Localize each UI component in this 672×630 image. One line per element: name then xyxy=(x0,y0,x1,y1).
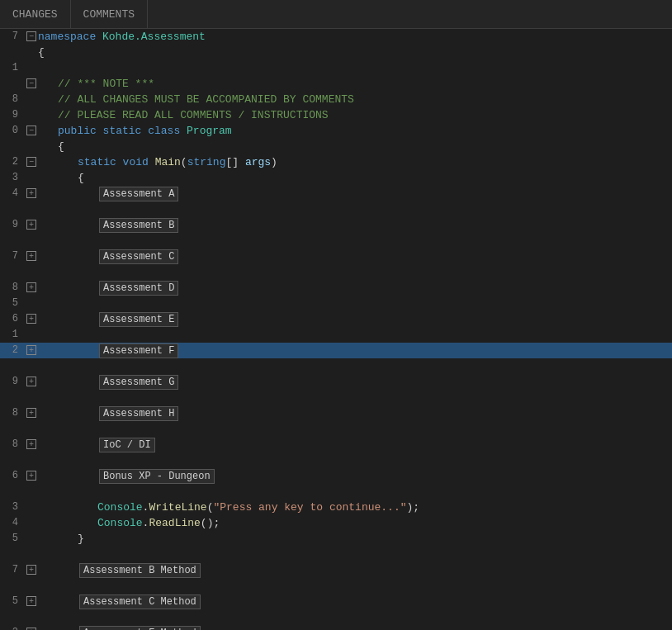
line-7: { xyxy=(0,139,672,154)
fold-gutter[interactable]: + xyxy=(25,437,38,452)
line-35 xyxy=(0,578,672,594)
code-line xyxy=(38,233,672,249)
code-line: namespace Kohde.Assessment xyxy=(38,29,672,45)
fold-gutter[interactable]: + xyxy=(25,625,38,630)
expand-icon[interactable]: + xyxy=(26,188,36,198)
line-5: 9// PLEASE READ ALL COMMENTS / INSTRUCTI… xyxy=(0,107,672,123)
token-method: Main xyxy=(155,156,181,168)
line-9: 3{ xyxy=(0,170,672,186)
expand-icon[interactable]: + xyxy=(26,471,36,481)
line-10: 4+Assessment A xyxy=(0,186,672,201)
code-line: Console.ReadLine(); xyxy=(38,515,672,531)
token-kw: public xyxy=(58,125,103,137)
expand-icon[interactable]: + xyxy=(26,408,36,418)
fold-gutter[interactable]: + xyxy=(25,562,38,578)
token-class-name: Console xyxy=(97,501,143,514)
line-15 xyxy=(0,264,672,280)
code-line xyxy=(38,390,672,405)
expand-icon[interactable]: + xyxy=(26,377,36,386)
token-kw: void xyxy=(123,156,155,168)
collapsed-block[interactable]: Assessment C Method xyxy=(79,594,201,609)
expand-icon[interactable]: + xyxy=(26,282,36,292)
fold-gutter[interactable]: − xyxy=(25,29,38,45)
line-37 xyxy=(0,609,672,625)
fold-gutter[interactable]: + xyxy=(25,249,38,264)
fold-gutter[interactable]: + xyxy=(25,280,38,296)
expand-icon[interactable]: + xyxy=(26,596,36,606)
expand-icon[interactable]: + xyxy=(26,220,36,230)
expand-icon[interactable]: + xyxy=(26,565,36,575)
collapse-icon[interactable]: − xyxy=(26,31,36,41)
collapse-icon[interactable]: − xyxy=(26,126,36,135)
fold-gutter[interactable]: + xyxy=(25,217,38,233)
code-line: Assessment H xyxy=(38,405,672,421)
fold-gutter[interactable]: + xyxy=(25,186,38,201)
code-line: { xyxy=(38,170,672,186)
collapsed-block[interactable]: Assessment H xyxy=(99,406,178,421)
fold-gutter[interactable]: + xyxy=(25,468,38,484)
code-editor: 7−namespace Kohde.Assessment{1−// *** NO… xyxy=(0,29,672,630)
line-12: 9+Assessment B xyxy=(0,217,672,233)
code-line: Bonus XP - Dungeon xyxy=(38,468,672,484)
line-16: 8+Assessment D xyxy=(0,280,672,296)
line-number: 6 xyxy=(0,311,25,327)
expand-icon[interactable]: + xyxy=(26,345,36,355)
tab-comments[interactable]: COMMENTS xyxy=(71,0,148,29)
token-kw: static xyxy=(78,156,123,168)
line-number: 2 xyxy=(0,154,25,170)
expand-icon[interactable]: + xyxy=(26,314,36,324)
collapsed-block[interactable]: Assessment B Method xyxy=(79,563,201,578)
fold-gutter[interactable]: − xyxy=(25,123,38,139)
line-number: 8 xyxy=(0,437,25,452)
token-comment: // *** NOTE *** xyxy=(58,78,154,90)
expand-icon[interactable]: + xyxy=(26,439,36,449)
collapsed-block[interactable]: Assessment E Method xyxy=(79,626,201,630)
collapsed-block[interactable]: Assessment D xyxy=(99,281,178,296)
token-class-name: Console xyxy=(97,517,143,529)
code-line: Assessment D xyxy=(38,280,672,296)
line-number: 5 xyxy=(0,531,25,547)
fold-gutter[interactable]: + xyxy=(25,311,38,327)
code-line xyxy=(38,60,672,76)
collapsed-block[interactable]: Assessment C xyxy=(99,249,178,264)
code-line: // ALL CHANGES MUST BE ACCOMPANIED BY CO… xyxy=(38,92,672,107)
collapsed-block[interactable]: Assessment F xyxy=(99,343,178,358)
tab-changes[interactable]: CHANGES xyxy=(0,0,71,29)
code-line: Assessment E Method xyxy=(38,625,672,630)
line-23 xyxy=(0,390,672,405)
expand-icon[interactable]: + xyxy=(26,251,36,261)
collapsed-block[interactable]: IoC / DI xyxy=(99,438,155,452)
collapsed-block[interactable]: Assessment B xyxy=(99,218,178,233)
fold-gutter[interactable]: + xyxy=(25,405,38,421)
fold-gutter[interactable]: + xyxy=(25,343,38,358)
token-punct: { xyxy=(78,172,84,184)
line-21 xyxy=(0,358,672,374)
token-punct: { xyxy=(58,140,64,153)
line-2: 1 xyxy=(0,60,672,76)
collapsed-block[interactable]: Assessment G xyxy=(99,375,178,390)
code-line: IoC / DI xyxy=(38,437,672,452)
fold-gutter[interactable]: + xyxy=(25,594,38,609)
code-line: Assessment F xyxy=(38,343,672,358)
code-line: { xyxy=(38,139,672,154)
fold-gutter[interactable]: − xyxy=(25,154,38,170)
collapsed-block[interactable]: Assessment A xyxy=(99,187,178,201)
line-number: 8 xyxy=(0,405,25,421)
fold-gutter[interactable]: − xyxy=(25,76,38,92)
collapsed-block[interactable]: Bonus XP - Dungeon xyxy=(99,469,215,484)
line-30: 3Console.WriteLine("Press any key to con… xyxy=(0,500,672,515)
line-32: 5} xyxy=(0,531,672,547)
code-line xyxy=(38,609,672,625)
code-line: Assessment C Method xyxy=(38,594,672,609)
token-kw: class xyxy=(148,125,187,137)
collapse-icon[interactable]: − xyxy=(26,157,36,167)
code-line: Console.WriteLine("Press any key to cont… xyxy=(38,500,672,515)
code-line xyxy=(38,578,672,594)
collapse-icon[interactable]: − xyxy=(26,78,36,88)
line-11 xyxy=(0,201,672,217)
line-number: 9 xyxy=(0,107,25,123)
fold-gutter[interactable]: + xyxy=(25,374,38,390)
line-number: 2 xyxy=(0,343,25,358)
collapsed-block[interactable]: Assessment E xyxy=(99,312,178,327)
line-number: 5 xyxy=(0,594,25,609)
